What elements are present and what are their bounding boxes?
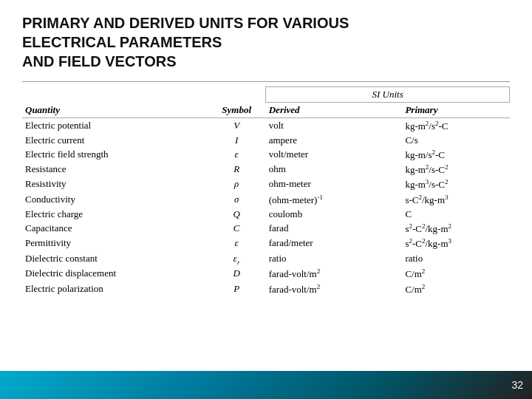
page-number: 32 bbox=[511, 379, 523, 391]
table-row: Resistivity ρ ohm-meter kg-m3/s-C2 bbox=[22, 177, 510, 192]
col-header-symbol: Symbol bbox=[208, 103, 266, 118]
si-header-row: SI Units bbox=[22, 87, 510, 103]
table-row: Electric charge Q coulomb C bbox=[22, 208, 510, 222]
col-header-primary: Primary bbox=[402, 103, 509, 118]
col-header-derived: Derived bbox=[266, 103, 403, 118]
table-row: Dielectric constant εr ratio ratio bbox=[22, 251, 510, 267]
divider bbox=[22, 81, 510, 82]
table-row: Electric potential V volt kg-m2/s2-C bbox=[22, 118, 510, 134]
table-row: Electric polarization P farad-volt/m2 C/… bbox=[22, 282, 510, 296]
table-row: Dielectric displacement D farad-volt/m2 … bbox=[22, 267, 510, 282]
bottom-bar: 32 bbox=[0, 371, 532, 399]
main-content: PRIMARY AND DERIVED UNITS FOR VARIOUS EL… bbox=[0, 0, 532, 304]
table-row: Resistance R ohm kg-m2/s-C2 bbox=[22, 163, 510, 177]
si-units-header: SI Units bbox=[266, 87, 510, 103]
table-row: Capacitance C farad s2-C2/kg-m2 bbox=[22, 222, 510, 236]
column-headers-row: Quantity Symbol Derived Primary bbox=[22, 103, 510, 118]
page-title: PRIMARY AND DERIVED UNITS FOR VARIOUS EL… bbox=[22, 13, 510, 71]
table-row: Permittivity ε farad/meter s2-C2/kg-m3 bbox=[22, 236, 510, 251]
col-header-quantity: Quantity bbox=[22, 103, 208, 118]
table-row: Electric current I ampere C/s bbox=[22, 133, 510, 147]
units-table: SI Units Quantity Symbol Derived Primary… bbox=[22, 86, 510, 297]
table-row: Electric field strength ε volt/meter kg-… bbox=[22, 147, 510, 162]
table-row: Conductivity σ (ohm-meter)-1 s-C2/kg-m3 bbox=[22, 192, 510, 207]
table-container: SI Units Quantity Symbol Derived Primary… bbox=[22, 86, 510, 297]
